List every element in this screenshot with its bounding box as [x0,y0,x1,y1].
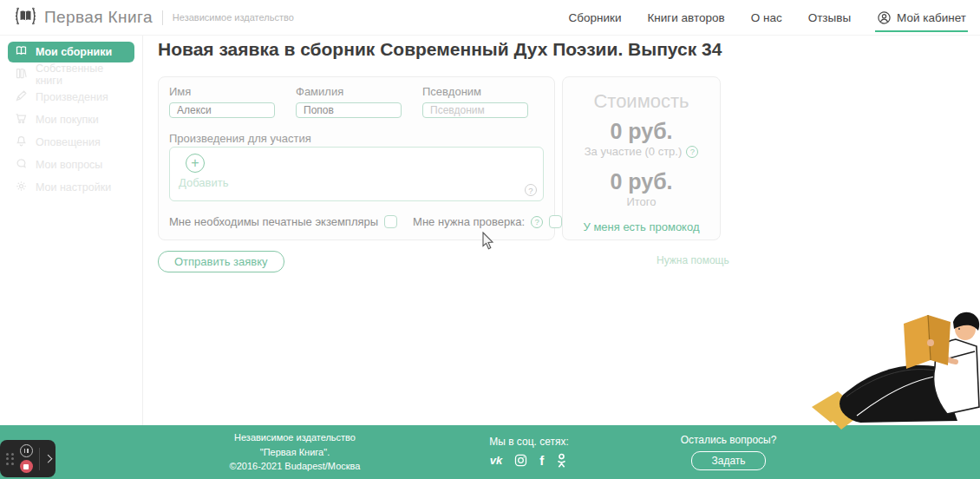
user-icon [877,10,892,25]
sidebar-item-my-collections[interactable]: Мои сборники [8,42,134,62]
sidebar-item-my-questions[interactable]: Мои вопросы [8,154,134,175]
need-help-link[interactable]: Нужна помощь [657,254,729,266]
questions-block: Остались вопросы? Задать [668,434,789,470]
divider [39,448,40,470]
logo-separator [162,10,163,25]
footer: Независимое издательство "Первая Книга".… [0,425,980,479]
pause-button[interactable] [20,444,33,457]
participation-amount: 0 руб. [563,119,720,144]
plus-icon: + [186,154,205,173]
nav-my-cabinet[interactable]: Мой кабинет [877,10,966,25]
sidebar-item-label: Мои покупки [36,114,99,126]
facebook-icon[interactable]: f [539,453,544,468]
print-copies-checkbox[interactable] [384,215,397,228]
last-name-label: Фамилия [296,85,402,98]
recorder-buttons [20,444,33,473]
sidebar-item-works[interactable]: Произведения [8,87,134,108]
first-name-input[interactable] [169,102,275,118]
publisher-line: ©2016-2021 Budapest/Москва [195,459,395,474]
sidebar-item-own-books[interactable]: Собственные книги [8,64,134,85]
logo-subtitle: Независимое издательство [173,12,294,23]
top-header: Первая Книга Независимое издательство Сб… [0,0,980,36]
sidebar: Мои сборники Собственные книги Произведе… [0,36,143,425]
social-block: Мы в соц. сетях: vk f [477,436,581,469]
main-nav: Сборники Книги авторов О нас Отзывы Мой … [569,10,966,25]
submit-application-button[interactable]: Отправить заявку [158,251,284,272]
need-check-help-icon[interactable]: ? [531,216,543,228]
logo[interactable]: Первая Книга Независимое издательство [14,5,294,30]
participation-help-icon[interactable]: ? [686,146,698,158]
sidebar-item-my-purchases[interactable]: Мои покупки [8,109,134,130]
works-label: Произведения для участия [169,132,311,145]
sidebar-item-label: Мои вопросы [36,159,102,171]
reading-person-illustration [807,306,980,438]
publisher-line: "Первая Книга". [195,445,395,460]
publisher-line: Независимое издательство [195,430,395,445]
sidebar-item-label: Мои настройки [36,181,111,194]
stop-icon [23,464,29,469]
nav-about[interactable]: О нас [751,11,782,24]
odnoklassniki-icon[interactable] [555,453,568,469]
works-dropzone[interactable]: + Добавить ? [169,147,544,201]
bell-icon [15,135,28,150]
application-form-card: Имя Фамилия Псевдоним Произведения для у… [158,76,555,240]
instagram-icon[interactable] [513,453,528,468]
participation-caption-row: За участие (0 стр.) ? [563,145,720,158]
first-name-field-group: Имя [169,85,275,118]
laurel-book-logo-icon [14,5,37,30]
checkbox-row: Мне необходимы печатные экземпляры Мне н… [169,215,562,228]
sidebar-item-label: Мои сборники [36,46,112,58]
sidebar-item-notifications[interactable]: Оповещения [8,132,134,153]
social-icons-row: vk f [477,452,581,469]
logo-title: Первая Книга [44,8,153,27]
page: Первая Книга Независимое издательство Сб… [0,0,980,479]
nav-my-cabinet-label: Мой кабинет [897,11,966,24]
nav-collections[interactable]: Сборники [569,11,622,24]
cost-title: Стоимость [563,90,720,113]
pseudonym-field-group: Псевдоним [422,85,528,118]
add-work-button[interactable]: + Добавить [179,154,228,189]
vk-icon[interactable]: vk [490,454,502,467]
nav-reviews[interactable]: Отзывы [808,11,851,24]
nav-author-books[interactable]: Книги авторов [648,11,725,24]
need-check-label: Мне нужна проверка: [413,215,525,228]
open-book-icon [15,44,28,60]
pseudonym-label: Псевдоним [422,85,528,98]
need-check-checkbox[interactable] [549,215,562,228]
drag-handle-icon[interactable] [6,453,14,465]
first-name-label: Имя [169,85,275,98]
pseudonym-input[interactable] [422,102,528,118]
page-title: Новая заявка в сборник Современный Дух П… [158,39,722,60]
publisher-info: Независимое издательство "Первая Книга".… [195,430,395,474]
works-help-icon[interactable]: ? [525,184,537,196]
expand-chevron-icon[interactable] [44,455,53,463]
promo-code-link[interactable]: У меня есть промокод [563,220,720,233]
cart-icon [15,112,28,128]
last-name-input[interactable] [296,102,402,118]
ask-question-button[interactable]: Задать [691,451,765,470]
last-name-field-group: Фамилия [296,85,402,118]
print-copies-label: Мне необходимы печатные экземпляры [169,215,378,228]
participation-caption: За участие (0 стр.) [585,145,683,158]
questions-title: Остались вопросы? [668,434,789,446]
chat-icon [15,157,28,173]
pen-icon [15,89,28,105]
screen-recorder-widget[interactable] [0,440,56,477]
sidebar-item-my-settings[interactable]: Мои настройки [8,177,134,198]
add-work-label: Добавить [179,176,228,189]
gear-icon [15,180,28,195]
sidebar-item-label: Произведения [36,91,108,103]
sidebar-item-label: Оповещения [36,136,101,148]
books-icon [15,67,28,82]
stop-button[interactable] [20,460,33,473]
sidebar-item-label: Собственные книги [36,62,127,87]
cost-panel: Стоимость 0 руб. За участие (0 стр.) ? 0… [562,76,721,240]
total-amount: 0 руб. [563,169,720,194]
total-caption: Итого [563,195,720,208]
social-title: Мы в соц. сетях: [477,436,581,448]
